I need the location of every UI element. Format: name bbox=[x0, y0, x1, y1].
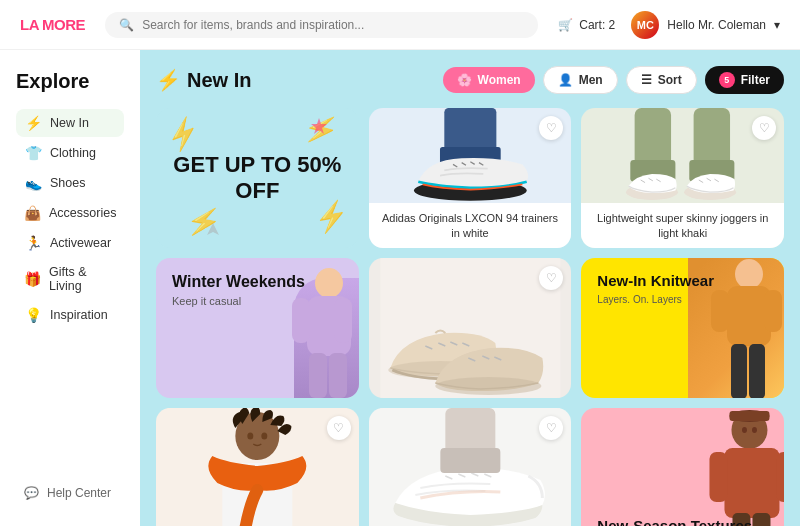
svg-rect-24 bbox=[731, 344, 747, 398]
adidas-image-area: ♡ bbox=[369, 108, 572, 203]
chat-icon: 💬 bbox=[24, 486, 39, 500]
activewear-icon: 🏃 bbox=[24, 235, 42, 251]
help-center-button[interactable]: 💬 Help Center bbox=[16, 480, 124, 506]
bolt-decoration-1: ⚡ bbox=[161, 113, 205, 156]
svg-rect-16 bbox=[329, 353, 347, 398]
textures-card[interactable]: New-Season Textures bbox=[581, 408, 784, 526]
avatar: MC bbox=[631, 11, 659, 39]
winter-subtitle: Keep it casual bbox=[172, 295, 343, 307]
knitwear-subtitle: Layers. On. Layers bbox=[597, 294, 768, 305]
svg-rect-39 bbox=[776, 452, 784, 502]
sort-button[interactable]: ☰ Sort bbox=[626, 66, 697, 94]
header: LA MORE 🔍 🛒 Cart: 2 MC Hello Mr. Coleman… bbox=[0, 0, 800, 50]
sidebar-item-label: Clothing bbox=[50, 146, 96, 160]
svg-marker-0 bbox=[311, 118, 327, 134]
man-scarf-card[interactable]: ♡ bbox=[156, 408, 359, 526]
user-greeting: Hello Mr. Coleman bbox=[667, 18, 766, 32]
content-title: ⚡ New In bbox=[156, 68, 251, 92]
textures-person-svg bbox=[673, 408, 784, 526]
svg-point-29 bbox=[247, 433, 253, 440]
svg-rect-25 bbox=[749, 344, 765, 398]
joggers-heart-button[interactable]: ♡ bbox=[752, 116, 776, 140]
header-right: 🛒 Cart: 2 MC Hello Mr. Coleman ▾ bbox=[558, 11, 780, 39]
sidebar-item-activewear[interactable]: 🏃 Activewear bbox=[16, 229, 124, 257]
winter-title: Winter Weekends bbox=[172, 272, 343, 291]
man-scarf-heart-button[interactable]: ♡ bbox=[327, 416, 351, 440]
logo-la: LA bbox=[20, 16, 38, 33]
sidebar-item-label: Activewear bbox=[50, 236, 111, 250]
content-area: ⚡ New In 🌸 Women 👤 Men ☰ Sort 5 F bbox=[140, 50, 800, 526]
sidebar-item-new-in[interactable]: ⚡ New In bbox=[16, 109, 124, 137]
sidebar-title: Explore bbox=[16, 70, 124, 93]
search-icon: 🔍 bbox=[119, 18, 134, 32]
svg-point-19 bbox=[435, 377, 541, 395]
joggers-product-info: Lightweight super skinny joggers in ligh… bbox=[581, 203, 784, 248]
user-menu[interactable]: MC Hello Mr. Coleman ▾ bbox=[631, 11, 780, 39]
joggers-product-card[interactable]: ♡ Lightweight super skinny joggers in li… bbox=[581, 108, 784, 248]
star-decoration bbox=[309, 116, 329, 136]
search-input[interactable] bbox=[142, 18, 524, 32]
knitwear-card[interactable]: New-In Knitwear Layers. On. Layers bbox=[581, 258, 784, 398]
svg-point-43 bbox=[752, 427, 757, 433]
cart-button[interactable]: 🛒 Cart: 2 bbox=[558, 18, 615, 32]
sidebar-item-clothing[interactable]: 👕 Clothing bbox=[16, 139, 124, 167]
sidebar-item-label: Accessories bbox=[49, 206, 116, 220]
gifts-icon: 🎁 bbox=[24, 271, 41, 287]
sort-icon: ☰ bbox=[641, 73, 652, 87]
white-shoes-card[interactable]: ♡ bbox=[369, 408, 572, 526]
knitwear-title: New-In Knitwear bbox=[597, 272, 768, 290]
cart-icon: 🛒 bbox=[558, 18, 573, 32]
sidebar-item-label: New In bbox=[50, 116, 89, 130]
cart-label: Cart: 2 bbox=[579, 18, 615, 32]
sidebar-nav: ⚡ New In 👕 Clothing 👟 Shoes 👜 Accessorie… bbox=[16, 109, 124, 329]
adidas-product-info: Adidas Originals LXCON 94 trainers in wh… bbox=[369, 203, 572, 248]
sidebar: Explore ⚡ New In 👕 Clothing 👟 Shoes 👜 Ac… bbox=[0, 50, 140, 526]
logo[interactable]: LA MORE bbox=[20, 16, 85, 33]
filter-count-badge: 5 bbox=[719, 72, 735, 88]
logo-more: MORE bbox=[38, 16, 85, 33]
help-center-label: Help Center bbox=[47, 486, 111, 500]
svg-rect-38 bbox=[709, 452, 727, 502]
women-icon: 🌸 bbox=[457, 73, 472, 87]
men-icon: 👤 bbox=[558, 73, 573, 87]
title-icon: ⚡ bbox=[156, 68, 181, 92]
lightning-icon: ⚡ bbox=[24, 115, 42, 131]
svg-rect-15 bbox=[309, 353, 327, 398]
search-bar[interactable]: 🔍 bbox=[105, 12, 538, 38]
sidebar-item-accessories[interactable]: 👜 Accessories bbox=[16, 199, 124, 227]
svg-rect-37 bbox=[724, 448, 779, 518]
sort-label: Sort bbox=[658, 73, 682, 87]
filter-men-button[interactable]: 👤 Men bbox=[543, 66, 618, 94]
winter-weekends-card[interactable]: Winter Weekends Keep it casual bbox=[156, 258, 359, 398]
textures-title: New-Season Textures bbox=[597, 517, 768, 526]
inspiration-icon: 💡 bbox=[24, 307, 42, 323]
filter-button[interactable]: 5 Filter bbox=[705, 66, 784, 94]
svg-marker-1 bbox=[207, 223, 219, 235]
filter-women-label: Women bbox=[478, 73, 521, 87]
clothing-icon: 👕 bbox=[24, 145, 42, 161]
sidebar-item-shoes[interactable]: 👟 Shoes bbox=[16, 169, 124, 197]
joggers-product-name: Lightweight super skinny joggers in ligh… bbox=[591, 211, 774, 240]
filter-women-button[interactable]: 🌸 Women bbox=[443, 67, 535, 93]
accessories-icon: 👜 bbox=[24, 205, 41, 221]
sidebar-item-gifts-living[interactable]: 🎁 Gifts & Living bbox=[16, 259, 124, 299]
filter-men-label: Men bbox=[579, 73, 603, 87]
content-header: ⚡ New In 🌸 Women 👤 Men ☰ Sort 5 F bbox=[156, 66, 784, 94]
shoes-product-card-2[interactable]: ♡ bbox=[369, 258, 572, 398]
promo-text: GET UP TO 50% OFF bbox=[156, 152, 359, 205]
product-grid: ⚡ ⚡ ⚡ ⚡ GET UP TO 50% OFF bbox=[156, 108, 784, 526]
main: Explore ⚡ New In 👕 Clothing 👟 Shoes 👜 Ac… bbox=[0, 50, 800, 526]
sidebar-item-inspiration[interactable]: 💡 Inspiration bbox=[16, 301, 124, 329]
sidebar-item-label: Gifts & Living bbox=[49, 265, 116, 293]
sidebar-item-label: Inspiration bbox=[50, 308, 108, 322]
svg-rect-36 bbox=[729, 411, 769, 421]
sidebar-item-label: Shoes bbox=[50, 176, 85, 190]
svg-rect-33 bbox=[440, 448, 500, 473]
filter-label: Filter bbox=[741, 73, 770, 87]
adidas-product-card[interactable]: ♡ Adidas Originals LXCON 94 trainers in … bbox=[369, 108, 572, 248]
arrow-decoration bbox=[206, 222, 220, 236]
adidas-product-name: Adidas Originals LXCON 94 trainers in wh… bbox=[379, 211, 562, 240]
svg-point-30 bbox=[261, 433, 267, 440]
svg-point-42 bbox=[742, 427, 747, 433]
promo-card[interactable]: ⚡ ⚡ ⚡ ⚡ GET UP TO 50% OFF bbox=[156, 108, 359, 248]
